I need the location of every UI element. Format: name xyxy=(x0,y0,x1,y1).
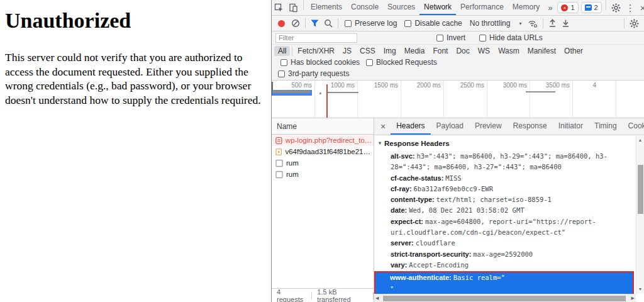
chip-wasm[interactable]: Wasm xyxy=(494,46,523,56)
tab-sources[interactable]: Sources xyxy=(383,0,419,15)
header-name: content-type: xyxy=(391,196,435,203)
record-icon[interactable] xyxy=(278,20,285,27)
settings-gear-icon[interactable] xyxy=(609,0,623,15)
header-row[interactable]: cf-ray: 6ba312af69eb0cc9-EWR xyxy=(374,184,634,194)
request-name: rum xyxy=(286,159,299,167)
invert-label: Invert xyxy=(447,33,465,42)
filter-funnel-icon[interactable] xyxy=(308,20,321,27)
header-value: MISS xyxy=(445,174,461,182)
tab-performance[interactable]: Performance xyxy=(456,0,508,15)
header-name: expect-ct: xyxy=(391,218,423,225)
search-icon[interactable] xyxy=(321,19,335,28)
detail-tab-cookies[interactable]: Cookies xyxy=(623,118,644,135)
scrollbar-thumb[interactable] xyxy=(638,165,643,214)
header-row[interactable]: date: Wed, 08 Dec 2021 03:58:02 GMT xyxy=(374,205,634,216)
horizontal-scrollbar[interactable]: ◀ ▶ xyxy=(374,294,636,302)
checkbox-icon xyxy=(278,70,285,77)
scroll-up-icon[interactable]: ▲ xyxy=(638,137,643,143)
devtools-panel: Elements Console Sources Network Perform… xyxy=(271,0,644,302)
gridline xyxy=(616,81,616,118)
header-row-www-authenticate[interactable]: www-authenticate: Basic realm=" " xyxy=(375,272,633,294)
devtools-tabbar: Elements Console Sources Network Perform… xyxy=(272,0,644,16)
scroll-left-icon[interactable]: ◀ xyxy=(375,295,379,301)
chip-js[interactable]: JS xyxy=(339,46,355,56)
scrollbar-thumb[interactable] xyxy=(383,296,626,301)
vertical-scrollbar[interactable]: ▲ ▼ xyxy=(636,136,644,294)
error-icon: × xyxy=(561,4,568,11)
chip-css[interactable]: CSS xyxy=(356,46,379,56)
chip-font[interactable]: Font xyxy=(429,46,452,56)
export-har-icon[interactable] xyxy=(559,19,572,28)
preserve-log-checkbox[interactable]: Preserve log xyxy=(341,19,401,28)
tab-memory[interactable]: Memory xyxy=(508,0,544,15)
import-har-icon[interactable] xyxy=(546,19,559,28)
browser-viewport: Unauthorized This server could not verif… xyxy=(0,0,271,302)
clear-icon[interactable] xyxy=(289,19,303,28)
scroll-down-icon[interactable]: ▼ xyxy=(638,286,643,293)
detail-tab-headers[interactable]: Headers xyxy=(391,118,430,135)
timeline-label: 2000 ms xyxy=(404,82,441,89)
detail-tab-payload[interactable]: Payload xyxy=(431,118,469,135)
chip-fetch-xhr[interactable]: Fetch/XHR xyxy=(294,46,338,56)
chip-manifest[interactable]: Manifest xyxy=(524,46,560,56)
chip-all[interactable]: All xyxy=(274,46,290,56)
close-devtools-icon[interactable]: × xyxy=(638,0,644,15)
has-blocked-cookies-checkbox[interactable]: Has blocked cookies xyxy=(280,58,360,67)
header-row[interactable]: alt-svc: h3=":443"; ma=86400, h3-29=":44… xyxy=(374,151,634,173)
detail-tab-preview[interactable]: Preview xyxy=(469,118,508,135)
response-headers-title-row[interactable]: ▾ Response Headers xyxy=(374,138,634,148)
detail-tab-timing[interactable]: Timing xyxy=(589,118,623,135)
issues-badge[interactable]: 2 xyxy=(581,2,602,13)
close-detail-icon[interactable]: × xyxy=(375,118,391,135)
device-toolbar-icon[interactable] xyxy=(286,0,301,15)
throttling-value: No throttling xyxy=(470,19,511,28)
chip-ws[interactable]: WS xyxy=(474,46,494,56)
network-settings-gear-icon[interactable] xyxy=(627,19,641,28)
checkbox-icon xyxy=(280,59,287,66)
header-value: max-age=2592000 xyxy=(473,250,533,258)
menu-dots-icon[interactable]: ⋮ xyxy=(623,0,638,15)
network-conditions-icon[interactable] xyxy=(525,19,540,28)
more-tabs-icon[interactable]: » xyxy=(544,0,556,15)
third-party-checkbox[interactable]: 3rd-party requests xyxy=(274,69,640,78)
request-row-rum-2[interactable]: rum xyxy=(272,169,374,180)
request-row-script[interactable]: v64f9daad31f64f81be21cbef6... xyxy=(272,146,374,157)
chip-other[interactable]: Other xyxy=(560,46,587,56)
hide-data-urls-checkbox[interactable]: Hide data URLs xyxy=(475,33,547,42)
detail-tab-response[interactable]: Response xyxy=(508,118,553,135)
header-row[interactable]: expect-ct: max-age=604800, report-uri="h… xyxy=(374,216,634,238)
throttling-dropdown[interactable]: No throttling ▾ xyxy=(466,19,526,28)
request-row-rum-1[interactable]: rum xyxy=(272,157,374,169)
error-count: 1 xyxy=(570,4,574,11)
header-row[interactable]: content-type: text/html; charset=iso-885… xyxy=(374,194,634,205)
scroll-right-icon[interactable]: ▶ xyxy=(631,295,635,301)
header-row[interactable]: strict-transport-security: max-age=25920… xyxy=(374,249,634,260)
divider xyxy=(303,0,304,10)
request-detail-panel: × Headers Payload Preview Response Initi… xyxy=(374,118,644,302)
divider xyxy=(606,0,606,10)
tab-elements[interactable]: Elements xyxy=(306,0,347,15)
error-badge[interactable]: × 1 xyxy=(557,2,578,13)
chip-doc[interactable]: Doc xyxy=(452,46,473,56)
network-overview-timeline[interactable]: 500 ms 1000 ms 1500 ms 2000 ms 2500 ms 3… xyxy=(272,81,644,118)
response-headers-section: ▾ Response Headers alt-svc: h3=":443"; m… xyxy=(374,135,644,302)
header-value: Wed, 08 Dec 2021 03:58:02 GMT xyxy=(409,206,524,214)
detail-tab-initiator[interactable]: Initiator xyxy=(553,118,589,135)
header-name: cf-ray: xyxy=(391,185,412,193)
header-row[interactable]: cf-cache-status: MISS xyxy=(374,173,634,184)
name-column-header[interactable]: Name xyxy=(272,118,374,135)
chip-media[interactable]: Media xyxy=(401,46,429,56)
tab-console[interactable]: Console xyxy=(347,0,383,15)
blocked-requests-checkbox[interactable]: Blocked Requests xyxy=(366,58,437,67)
header-name: server: xyxy=(391,239,414,247)
blocked-requests-label: Blocked Requests xyxy=(376,58,437,67)
request-row-wp-login[interactable]: wp-login.php?redirect_to=htt... xyxy=(272,135,374,146)
inspect-element-icon[interactable] xyxy=(272,0,286,15)
invert-checkbox[interactable]: Invert xyxy=(433,33,469,42)
header-row[interactable]: vary: Accept-Encoding xyxy=(374,260,634,271)
filter-input[interactable] xyxy=(275,33,357,43)
tab-network[interactable]: Network xyxy=(419,0,456,15)
header-row[interactable]: server: cloudflare xyxy=(374,238,634,249)
chip-img[interactable]: Img xyxy=(380,46,400,56)
disable-cache-checkbox[interactable]: Disable cache xyxy=(401,19,465,28)
